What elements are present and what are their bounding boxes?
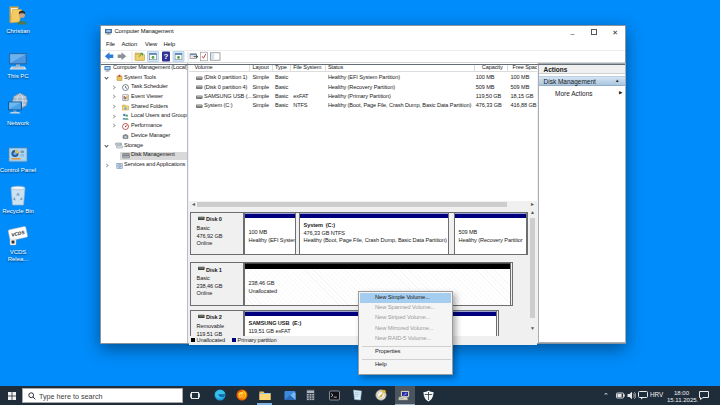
svg-text:?: ?	[164, 52, 169, 61]
